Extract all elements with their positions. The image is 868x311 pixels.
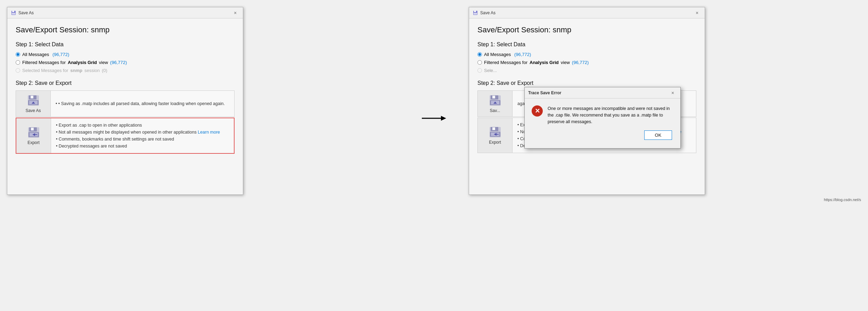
left-dialog-titlebar: Save As × [7,7,243,18]
left-export-button[interactable]: Export [16,118,51,153]
left-export-desc-1: Export as .cap to open in other applicat… [56,122,229,129]
right-radio-label-3: Sele... [484,68,497,73]
left-radio-item-1[interactable]: All Messages (96,772) [16,52,235,57]
left-title-left: Save As [11,10,34,16]
right-radio-input-3 [477,68,482,73]
left-save-as-label: Save As [25,108,41,113]
left-learn-more-link[interactable]: Learn more [198,130,220,135]
left-export-desc-4: Decrypted messages are not saved [56,143,229,150]
right-radio-count-2: (96,772) [572,60,589,65]
right-save-as-icon [488,94,502,107]
right-save-as-button[interactable]: Sav... [478,91,513,117]
error-footer: OK [532,130,673,141]
right-radio-label-2a: Filtered Messages for [484,60,527,65]
svg-rect-20 [474,13,477,15]
url-bar: https://blog.csdn.net/s [824,198,861,202]
svg-rect-29 [492,127,495,130]
left-radio-count-2: (96,772) [110,60,127,65]
left-step2-heading: Step 2: Save or Export [16,80,235,86]
svg-rect-23 [492,96,495,98]
left-dialog-window: Save As × Save/Export Session: snmp Step… [7,7,243,195]
svg-rect-5 [31,96,33,98]
right-radio-item-2[interactable]: Filtered Messages for Analysis Grid view… [477,60,696,65]
right-export-label: Export [489,140,501,145]
error-dialog: Trace Save Error × ✕ One or more message… [524,87,681,149]
svg-rect-19 [474,11,476,12]
svg-rect-11 [31,128,34,130]
left-radio-item-3[interactable]: Selected Messages for snmp session (0) [16,68,235,73]
arrow-container [420,113,448,123]
right-export-icon [488,126,502,138]
right-section: Save As × Save/Export Session: snmp Step… [469,7,861,195]
left-save-as-icon [26,94,40,107]
left-radio-count-3: (0) [102,68,107,73]
left-export-label: Export [27,140,40,145]
left-radio-label-1: All Messages [22,52,49,57]
left-section: Save As × Save/Export Session: snmp Step… [7,7,399,195]
right-dialog-title: Save As [480,10,496,15]
right-main-title: Save/Export Session: snmp [477,25,696,34]
left-export-description: Export as .cap to open in other applicat… [51,118,234,153]
left-step1-heading: Step 1: Select Data [16,41,235,48]
left-export-desc-2: Not all messages might be displayed when… [56,129,229,136]
left-radio-label-2b: Analysis Grid [68,60,97,65]
left-radio-label-3c: session [84,68,100,73]
right-save-as-title-icon [473,10,478,16]
right-radio-label-2b: Analysis Grid [530,60,559,65]
right-radio-item-1[interactable]: All Messages (96,772) [477,52,696,57]
right-save-as-label: Sav... [490,108,500,113]
right-radio-label-1: All Messages [484,52,511,57]
error-dialog-title: Trace Save Error [528,90,561,95]
right-radio-count-1: (96,772) [513,52,531,57]
left-save-as-desc-item: • Saving as .matp includes all parsed da… [56,100,229,107]
right-dialog-close-button[interactable]: × [693,9,701,17]
left-dialog-body: Save/Export Session: snmp Step 1: Select… [7,18,243,161]
right-export-button[interactable]: Export [478,118,513,153]
svg-marker-17 [441,116,446,121]
right-radio-input-2[interactable] [477,60,482,65]
error-ok-button[interactable]: OK [644,130,672,140]
left-radio-label-2c: view [99,60,108,65]
svg-rect-2 [12,13,15,15]
left-radio-input-2[interactable] [16,60,20,65]
left-radio-label-3a: Selected Messages for [22,68,68,73]
left-radio-count-1: (96,772) [51,52,69,57]
right-radio-input-1[interactable] [477,52,482,57]
panel-container: Save As × Save/Export Session: snmp Step… [7,7,861,195]
error-message-row: ✕ One or more messages are incompatible … [532,105,673,125]
error-icon: ✕ [532,105,543,117]
right-radio-item-3[interactable]: Sele... [477,68,696,73]
arrow-svg [422,113,446,123]
svg-rect-33 [497,134,499,135]
right-step1-heading: Step 1: Select Data [477,41,696,48]
svg-rect-1 [12,11,14,12]
left-dialog-title: Save As [18,10,34,15]
left-radio-label-3b: snmp [70,68,82,73]
left-radio-input-1[interactable] [16,52,20,57]
left-save-as-description: • Saving as .matp includes all parsed da… [51,91,234,117]
right-radio-group: All Messages (96,772) Filtered Messages … [477,52,696,73]
svg-rect-15 [35,134,37,135]
left-radio-input-3 [16,68,20,73]
error-dialog-close-button[interactable]: × [669,89,677,97]
left-save-as-row: Save As • Saving as .matp includes all p… [16,90,235,117]
left-dialog-close-button[interactable]: × [231,9,239,17]
left-export-icon [27,126,41,139]
right-title-left: Save As [473,10,496,16]
left-radio-label-2a: Filtered Messages for [22,60,66,65]
left-export-desc-3: Comments, bookmarks and time shift setti… [56,136,229,143]
left-export-row: Export Export as .cap to open in other a… [16,118,235,154]
left-main-title: Save/Export Session: snmp [16,25,235,34]
save-as-title-icon [11,10,16,16]
error-dialog-body: ✕ One or more messages are incompatible … [525,98,680,148]
left-save-as-button[interactable]: Save As [16,91,51,117]
right-radio-label-2c: view [561,60,570,65]
right-dialog-titlebar: Save As × [469,7,705,18]
right-step2-heading: Step 2: Save or Export [477,80,696,86]
left-radio-item-2[interactable]: Filtered Messages for Analysis Grid view… [16,60,235,65]
error-message-text: One or more messages are incompatible an… [548,105,673,125]
error-dialog-titlebar: Trace Save Error × [525,87,680,98]
left-radio-group: All Messages (96,772) Filtered Messages … [16,52,235,73]
